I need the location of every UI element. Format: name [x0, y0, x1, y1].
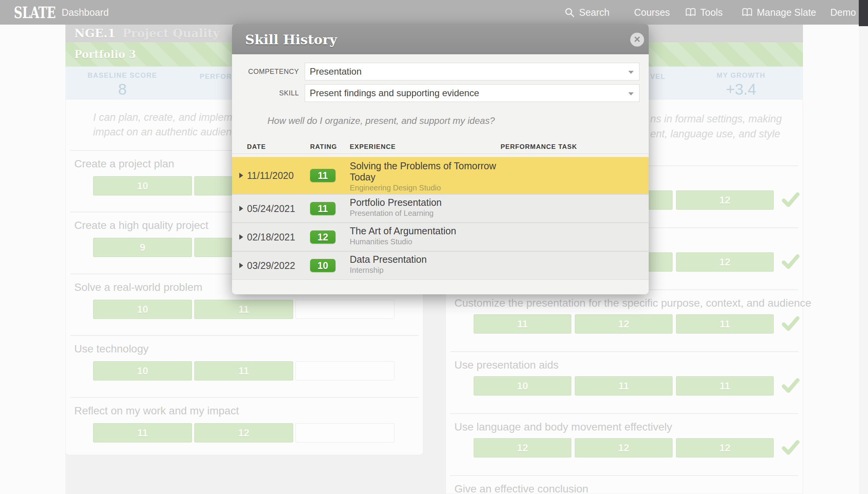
nav-item-demo[interactable]: Demo — [830, 0, 856, 25]
table-row[interactable]: 02/18/202112The Art of ArgumentationHuma… — [232, 222, 649, 251]
close-icon[interactable]: ✕ — [630, 33, 644, 47]
section-label-create-a-high-quality-project: Create a high quality project — [74, 219, 209, 232]
rating-box-empty[interactable] — [295, 423, 394, 442]
skill-select[interactable]: Present findings and supporting evidence — [305, 84, 639, 102]
row-experience: Portfolio PresentationPresentation of Le… — [350, 195, 504, 217]
right-competency-statement-line1: ns in formal settings, making — [650, 113, 782, 125]
nav-item-search[interactable]: Search — [564, 0, 609, 25]
rating-box[interactable]: 9 — [93, 238, 192, 257]
rating-box[interactable]: 11 — [676, 376, 774, 396]
row-expand-caret-icon[interactable] — [239, 234, 243, 240]
competency-row: COMPETENCY Presentation — [232, 63, 649, 80]
rating-box[interactable]: 10 — [93, 361, 192, 381]
rating-badge: 11 — [310, 169, 336, 182]
rating-box[interactable]: 11 — [575, 376, 673, 396]
rating-box[interactable]: 12 — [575, 438, 673, 457]
stat-label-fragment: PERFOR — [200, 73, 232, 81]
col-header-experience: EXPERIENCE — [350, 143, 396, 151]
nav-item-courses[interactable]: Courses — [634, 0, 670, 25]
rating-badge: 12 — [310, 230, 336, 244]
caret-wrap — [239, 223, 243, 251]
rating-box[interactable]: 11 — [194, 300, 293, 319]
book-icon — [685, 8, 696, 17]
section-label-give-an-effective-conclusion: Give an effective conclusion — [454, 483, 588, 494]
table-row[interactable]: 05/24/202111Portfolio PresentationPresen… — [232, 194, 649, 222]
section-label-create-a-project-plan: Create a project plan — [74, 158, 174, 170]
nav-item-tools[interactable]: Tools — [685, 0, 723, 25]
section-divider — [70, 335, 419, 336]
skill-value: Present findings and supporting evidence — [310, 88, 479, 98]
page-title: Project Quality — [122, 27, 219, 40]
rating-box[interactable]: 11 — [474, 314, 571, 334]
left-competency-statement-line2: impact on an authentic audience. — [93, 126, 245, 138]
rating-box-empty[interactable] — [295, 361, 394, 381]
competency-select[interactable]: Presentation — [305, 63, 639, 80]
experience-context: Presentation of Learning — [350, 209, 504, 217]
search-icon — [564, 7, 575, 18]
modal-footer — [232, 279, 649, 294]
nav-item-label: Courses — [634, 7, 670, 18]
page-scrollbar[interactable] — [859, 26, 868, 494]
row-expand-caret-icon[interactable] — [239, 263, 243, 268]
rating-badge: 10 — [310, 259, 336, 272]
table-row[interactable]: 11/11/202011Solving the Problems of Tomo… — [232, 157, 649, 194]
slate-logo: SLATE — [14, 3, 55, 22]
section-label-reflect-on-my-work-and-my-impact: Reflect on my work and my impact — [74, 405, 239, 417]
rating-box[interactable]: 10 — [93, 176, 192, 195]
chevron-down-icon — [628, 71, 634, 74]
rating-box[interactable]: 10 — [474, 376, 571, 396]
rating-box[interactable]: 10 — [93, 300, 192, 319]
table-row[interactable]: 03/29/202210Data PresentationInternship — [232, 251, 649, 279]
chevron-down-icon — [628, 92, 634, 95]
rating-badge-wrap: 11 — [310, 195, 336, 222]
book-icon — [742, 8, 753, 17]
rating-box[interactable]: 12 — [575, 314, 673, 334]
rating-box-empty[interactable] — [295, 300, 394, 319]
nav-item-manage-slate[interactable]: Manage Slate — [742, 0, 816, 25]
section-label-use-technology: Use technology — [74, 343, 149, 355]
rating-box[interactable]: 12 — [676, 438, 774, 457]
modal-header: Skill History ✕ — [232, 24, 649, 54]
modal-title: Skill History — [245, 32, 337, 47]
rating-badge-wrap: 10 — [310, 252, 336, 279]
top-nav: SLATE Dashboard SearchCoursesToolsManage… — [0, 0, 868, 25]
caret-wrap — [239, 157, 243, 194]
row-date: 11/11/2020 — [247, 157, 294, 194]
brand[interactable]: SLATE Dashboard — [14, 0, 109, 25]
row-expand-caret-icon[interactable] — [239, 173, 243, 178]
row-experience: Data PresentationInternship — [350, 252, 504, 274]
section-divider — [70, 397, 419, 398]
check-icon — [782, 377, 800, 394]
rating-box[interactable]: 12 — [676, 252, 774, 272]
portfolio-label: Portfolio 3 — [74, 48, 136, 60]
rating-box[interactable]: 11 — [676, 314, 774, 334]
experience-title: Portfolio Presentation — [350, 197, 504, 208]
stat-label-fragment: VEL — [650, 73, 666, 81]
course-code: NGE.1 — [74, 27, 115, 40]
experience-title: Data Presentation — [350, 254, 504, 265]
rating-box[interactable]: 12 — [194, 423, 293, 442]
right-competency-statement-line2: ent, language use, and style — [650, 128, 780, 140]
row-experience: Solving the Problems of Tomorrow TodayEn… — [350, 157, 504, 192]
check-icon — [782, 315, 800, 332]
stat-value: +3.4 — [683, 81, 799, 98]
rating-box[interactable]: 12 — [676, 190, 774, 210]
col-header-date: DATE — [247, 143, 266, 151]
stat-value: 8 — [65, 81, 180, 98]
check-icon — [782, 254, 800, 270]
rating-box[interactable]: 11 — [93, 423, 192, 442]
nav-item-label: Manage Slate — [757, 7, 816, 18]
row-expand-caret-icon[interactable] — [239, 206, 243, 211]
section-divider — [450, 351, 798, 352]
rating-box[interactable]: 11 — [194, 361, 293, 381]
experience-context: Humanities Studio — [350, 237, 504, 246]
skill-history-modal: Skill History ✕ COMPETENCY Presentation … — [232, 24, 649, 294]
nav-item-label: Tools — [700, 7, 723, 18]
stat-label: BASELINE SCORE — [65, 72, 180, 80]
rating-box[interactable]: 12 — [474, 438, 571, 457]
col-header-rating: RATING — [310, 143, 337, 151]
skill-label: SKILL — [232, 84, 299, 102]
caret-wrap — [239, 252, 243, 279]
stat-label: MY GROWTH — [683, 72, 799, 80]
row-experience: The Art of ArgumentationHumanities Studi… — [350, 223, 504, 246]
